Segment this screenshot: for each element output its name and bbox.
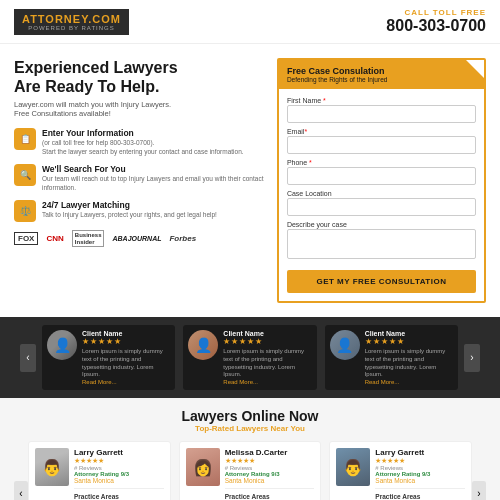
description-textarea[interactable] [287, 229, 476, 259]
logo-name: ATTORNEY [22, 13, 88, 25]
logo-sub: POWERED BY RATINGS [28, 25, 114, 31]
lawyer-2-avatar: 👩 [186, 448, 220, 486]
business-insider-logo: BusinessInsider [72, 230, 105, 247]
forbes-logo: Forbes [169, 234, 196, 243]
contact-form: Free Case Consulation Defending the Righ… [277, 58, 486, 303]
form-corner-decoration [466, 60, 484, 78]
lawyers-subtitle: Top-Rated Lawyers Near You [14, 424, 486, 433]
lawyer-2-stars: ★★★★★ [225, 457, 315, 465]
form-title: Free Case Consulation [287, 66, 476, 76]
lawyer-3-divider [375, 488, 465, 489]
step-1-title: Enter Your Information [42, 128, 244, 138]
phone-input[interactable] [287, 167, 476, 185]
testimonial-3-readmore[interactable]: Read More... [365, 379, 453, 385]
logo: ATTORNEY.COM POWERED BY RATINGS [14, 9, 129, 35]
testimonial-2-readmore[interactable]: Read More... [223, 379, 311, 385]
form-body: First Name * Email* Phone * Case Locatio… [279, 89, 484, 301]
lawyer-1-practice-label: Practice Areas [74, 493, 164, 500]
logo-accent: .COM [88, 13, 121, 25]
lawyer-2-divider [225, 488, 315, 489]
toll-free-block: CALL TOLL FREE 800-303-0700 [386, 8, 486, 35]
hero-title: Experienced LawyersAre Ready To Help. [14, 58, 265, 96]
step-2-title: We'll Search For You [42, 164, 265, 174]
testimonial-1: 👤 Client Name ★★★★★ Lorem ipsum is simpl… [42, 325, 175, 390]
step-3: ⚖️ 24/7 Lawyer Matching Talk to Injury L… [14, 200, 265, 222]
testimonial-3-text: Lorem ipsum is simply dummy text of the … [365, 348, 453, 379]
testimonial-1-name: Client Name [82, 330, 170, 337]
email-input[interactable] [287, 136, 476, 154]
firstname-label: First Name * [287, 97, 476, 104]
testimonial-1-readmore[interactable]: Read More... [82, 379, 170, 385]
description-group: Describe your case [287, 221, 476, 261]
lawyer-1-avatar: 👨 [35, 448, 69, 486]
lawyers-title: Lawyers Online Now [14, 408, 486, 424]
lawyer-2-location: Santa Monica [225, 477, 315, 484]
submit-button[interactable]: GET MY FREE CONSULTATION [287, 270, 476, 293]
fox-logo: FOX [14, 232, 38, 245]
testimonial-3-stars: ★★★★★ [365, 337, 453, 346]
lawyers-list: 👨 Larry Garrett ★★★★★ # Reviews Attorney… [28, 441, 472, 500]
location-group: Case Location [287, 190, 476, 216]
left-column: Experienced LawyersAre Ready To Help. La… [14, 58, 265, 303]
testimonials-next-button[interactable]: › [464, 344, 480, 372]
lawyers-section: Lawyers Online Now Top-Rated Lawyers Nea… [0, 398, 500, 500]
step-3-desc: Talk to Injury Lawyers, protect your rig… [42, 211, 217, 219]
lawyer-card-1: 👨 Larry Garrett ★★★★★ # Reviews Attorney… [28, 441, 171, 500]
testimonial-1-avatar: 👤 [47, 330, 77, 360]
email-group: Email* [287, 128, 476, 154]
lawyer-1-stars: ★★★★★ [74, 457, 164, 465]
logo-text: ATTORNEY.COM [22, 13, 121, 25]
lawyer-3-avatar: 👨 [336, 448, 370, 486]
media-logos: FOX CNN BusinessInsider ABAJOURNAL Forbe… [14, 230, 265, 247]
toll-free-number: 800-303-0700 [386, 17, 486, 35]
testimonial-3-avatar: 👤 [330, 330, 360, 360]
lawyer-3-location: Santa Monica [375, 477, 465, 484]
testimonial-3: 👤 Client Name ★★★★★ Lorem ipsum is simpl… [325, 325, 458, 390]
firstname-input[interactable] [287, 105, 476, 123]
testimonial-3-name: Client Name [365, 330, 453, 337]
lawyer-card-2: 👩 Melissa D.Carter ★★★★★ # Reviews Attor… [179, 441, 322, 500]
phone-label: Phone * [287, 159, 476, 166]
firstname-group: First Name * [287, 97, 476, 123]
lawyer-card-3: 👨 Larry Garrett ★★★★★ # Reviews Attorney… [329, 441, 472, 500]
lawyer-3-practice-label: Practice Areas [375, 493, 465, 500]
description-label: Describe your case [287, 221, 476, 228]
testimonial-1-text: Lorem ipsum is simply dummy text of the … [82, 348, 170, 379]
testimonial-2: 👤 Client Name ★★★★★ Lorem ipsum is simpl… [183, 325, 316, 390]
header: ATTORNEY.COM POWERED BY RATINGS CALL TOL… [0, 0, 500, 44]
lawyer-1-divider [74, 488, 164, 489]
step-3-icon: ⚖️ [14, 200, 36, 222]
step-2-desc: Our team will reach out to top Injury La… [42, 175, 265, 192]
lawyer-1-location: Santa Monica [74, 477, 164, 484]
lawyer-3-name: Larry Garrett [375, 448, 465, 457]
testimonials-section: ‹ 👤 Client Name ★★★★★ Lorem ipsum is sim… [0, 317, 500, 398]
step-1-desc: (or call toll free for help 800-303-0700… [42, 139, 244, 156]
aba-logo: ABAJOURNAL [112, 235, 161, 242]
location-input[interactable] [287, 198, 476, 216]
lawyers-next-button[interactable]: › [472, 481, 486, 500]
phone-group: Phone * [287, 159, 476, 185]
hero-subtitle: Lawyer.com will match you with Injury La… [14, 100, 265, 118]
testimonial-2-avatar: 👤 [188, 330, 218, 360]
step-2-icon: 🔍 [14, 164, 36, 186]
step-2: 🔍 We'll Search For You Our team will rea… [14, 164, 265, 192]
form-subtitle: Defending the Rights of the Injured [287, 76, 476, 83]
form-header: Free Case Consulation Defending the Righ… [279, 60, 484, 89]
location-label: Case Location [287, 190, 476, 197]
lawyer-2-practice-label: Practice Areas [225, 493, 315, 500]
testimonial-2-name: Client Name [223, 330, 311, 337]
main-section: Experienced LawyersAre Ready To Help. La… [0, 44, 500, 317]
form-column: Free Case Consulation Defending the Righ… [277, 58, 486, 303]
lawyer-2-name: Melissa D.Carter [225, 448, 315, 457]
lawyer-1-name: Larry Garrett [74, 448, 164, 457]
testimonial-1-stars: ★★★★★ [82, 337, 170, 346]
lawyers-nav: ‹ 👨 Larry Garrett ★★★★★ # Reviews Attorn… [14, 441, 486, 500]
cnn-logo: CNN [46, 234, 63, 243]
lawyer-3-stars: ★★★★★ [375, 457, 465, 465]
step-1: 📋 Enter Your Information (or call toll f… [14, 128, 265, 156]
testimonial-2-stars: ★★★★★ [223, 337, 311, 346]
lawyers-prev-button[interactable]: ‹ [14, 481, 28, 500]
testimonial-2-text: Lorem ipsum is simply dummy text of the … [223, 348, 311, 379]
testimonials-list: 👤 Client Name ★★★★★ Lorem ipsum is simpl… [42, 325, 458, 390]
testimonials-prev-button[interactable]: ‹ [20, 344, 36, 372]
